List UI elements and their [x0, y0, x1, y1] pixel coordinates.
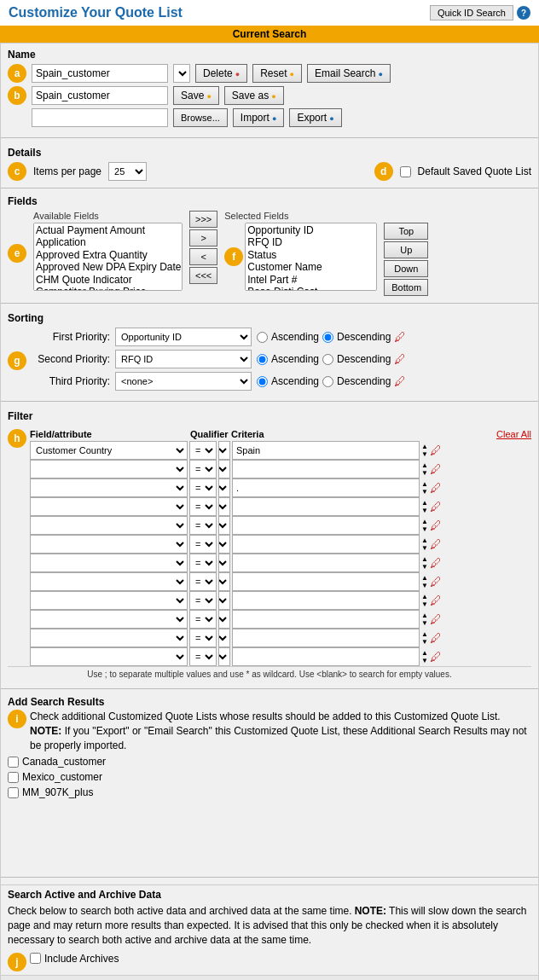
move-all-right-button[interactable]: >>> [189, 211, 217, 228]
second-priority-desc-radio[interactable] [322, 354, 333, 365]
browse-input[interactable] [32, 108, 168, 127]
second-priority-asc-radio[interactable] [257, 354, 268, 365]
import-button[interactable]: Import ● [233, 108, 285, 127]
up-button[interactable]: Up [384, 241, 428, 258]
export-button[interactable]: Export ● [289, 108, 341, 127]
scroll-down-12[interactable]: ▼ [421, 657, 428, 664]
eraser-icon-1[interactable]: 🖊 [394, 330, 406, 344]
filter-criteria-9[interactable] [232, 591, 420, 610]
scroll-up-5[interactable]: ▲ [421, 518, 428, 525]
scroll-up-12[interactable]: ▲ [421, 649, 428, 657]
filter-field-5[interactable] [30, 516, 188, 535]
filter-criteria-2[interactable] [232, 460, 420, 478]
name-dropdown[interactable]: ▼ [173, 64, 190, 83]
erase-filter-5[interactable]: 🖊 [430, 519, 442, 532]
erase-filter-10[interactable]: 🖊 [430, 612, 442, 626]
filter-criteria-8[interactable] [232, 572, 420, 591]
filter-qual-10[interactable]: = [189, 610, 217, 629]
scroll-up-4[interactable]: ▲ [421, 499, 428, 507]
scroll-up-7[interactable]: ▲ [421, 555, 428, 563]
filter-field-1[interactable]: Customer Country [30, 441, 188, 460]
filter-qual-5[interactable]: = [189, 516, 217, 535]
filter-criteria-6[interactable] [232, 535, 420, 554]
scroll-up-8[interactable]: ▲ [421, 574, 428, 582]
scroll-down-2[interactable]: ▼ [421, 469, 428, 477]
erase-filter-7[interactable]: 🖊 [430, 556, 442, 570]
filter-field-8[interactable] [30, 572, 188, 591]
filter-criteria-10[interactable] [232, 610, 420, 629]
filter-qual-7[interactable]: = [189, 554, 217, 572]
down-button[interactable]: Down [384, 260, 428, 277]
first-priority-desc-radio[interactable] [322, 332, 333, 343]
scroll-up-6[interactable]: ▲ [421, 536, 428, 544]
scroll-down-5[interactable]: ▼ [421, 525, 428, 533]
filter-qual-dropdown-2[interactable]: ▼ [218, 460, 230, 478]
filter-qual-9[interactable]: = [189, 591, 217, 610]
filter-qual-4[interactable]: = [189, 497, 217, 516]
scroll-up-9[interactable]: ▲ [421, 593, 428, 600]
filter-criteria-1[interactable] [232, 441, 420, 460]
default-saved-checkbox[interactable] [400, 166, 411, 177]
mexico-customer-checkbox[interactable] [8, 772, 19, 783]
filter-qual-2[interactable]: = [189, 460, 217, 478]
filter-qual-dropdown-5[interactable]: ▼ [218, 516, 230, 535]
browse-button[interactable]: Browse... [173, 108, 228, 127]
save-button[interactable]: Save ● [173, 86, 219, 105]
erase-filter-1[interactable]: 🖊 [430, 444, 442, 457]
scroll-down-6[interactable]: ▼ [421, 544, 428, 552]
erase-filter-12[interactable]: 🖊 [430, 650, 442, 664]
include-archives-checkbox[interactable] [30, 953, 41, 964]
quick-id-search-button[interactable]: Quick ID Search [430, 5, 513, 20]
filter-qual-dropdown-11[interactable]: ▼ [218, 629, 230, 647]
erase-filter-2[interactable]: 🖊 [430, 462, 442, 476]
filter-criteria-11[interactable] [232, 629, 420, 647]
scroll-up-10[interactable]: ▲ [421, 612, 428, 619]
filter-criteria-4[interactable] [232, 497, 420, 516]
first-priority-asc-radio[interactable] [257, 332, 268, 343]
third-priority-desc-radio[interactable] [322, 376, 333, 387]
first-priority-select[interactable]: Opportunity ID RFQ ID [115, 328, 252, 346]
delete-button[interactable]: Delete ● [195, 64, 247, 83]
email-search-button[interactable]: Email Search ● [307, 64, 391, 83]
scroll-down-9[interactable]: ▼ [421, 600, 428, 608]
filter-qual-dropdown-6[interactable]: ▼ [218, 535, 230, 554]
name-input-1[interactable] [32, 64, 168, 83]
filter-field-3[interactable] [30, 478, 188, 497]
filter-qual-3[interactable]: = [189, 478, 217, 497]
eraser-icon-3[interactable]: 🖊 [394, 374, 406, 388]
second-priority-select[interactable]: RFQ ID Opportunity ID [115, 350, 252, 368]
filter-field-7[interactable] [30, 554, 188, 572]
filter-qual-12[interactable]: = [189, 647, 217, 666]
clear-all-button[interactable]: Clear All [496, 429, 531, 439]
filter-qual-dropdown-12[interactable]: ▼ [218, 647, 230, 666]
move-all-left-button[interactable]: <<< [189, 267, 217, 284]
available-fields-list[interactable]: Actual Payment Amount Application Approv… [33, 223, 183, 291]
move-right-button[interactable]: > [189, 229, 217, 246]
scroll-up-3[interactable]: ▲ [421, 480, 428, 488]
filter-qual-dropdown-9[interactable]: ▼ [218, 591, 230, 610]
filter-qual-dropdown-10[interactable]: ▼ [218, 610, 230, 629]
filter-qual-1[interactable]: = [189, 441, 217, 460]
filter-criteria-12[interactable] [232, 647, 420, 666]
scroll-down-10[interactable]: ▼ [421, 619, 428, 627]
third-priority-select[interactable]: <none> Opportunity ID [115, 372, 252, 391]
scroll-up-2[interactable]: ▲ [421, 461, 428, 469]
erase-filter-8[interactable]: 🖊 [430, 575, 442, 589]
scroll-down-8[interactable]: ▼ [421, 582, 428, 589]
filter-field-2[interactable] [30, 460, 188, 478]
erase-filter-11[interactable]: 🖊 [430, 631, 442, 645]
reset-button[interactable]: Reset ● [252, 64, 302, 83]
filter-qual-dropdown-4[interactable]: ▼ [218, 497, 230, 516]
filter-field-10[interactable] [30, 610, 188, 629]
filter-field-4[interactable] [30, 497, 188, 516]
name-input-2[interactable] [32, 86, 168, 105]
filter-qual-dropdown-3[interactable]: ▼ [218, 478, 230, 497]
erase-filter-9[interactable]: 🖊 [430, 594, 442, 607]
top-button[interactable]: Top [384, 223, 428, 240]
bottom-button[interactable]: Bottom [384, 279, 428, 296]
filter-qual-dropdown-1[interactable]: ▼ [218, 441, 230, 460]
filter-qual-dropdown-8[interactable]: ▼ [218, 572, 230, 591]
filter-criteria-7[interactable] [232, 554, 420, 572]
erase-filter-3[interactable]: 🖊 [430, 481, 442, 495]
scroll-up-1[interactable]: ▲ [421, 443, 428, 450]
